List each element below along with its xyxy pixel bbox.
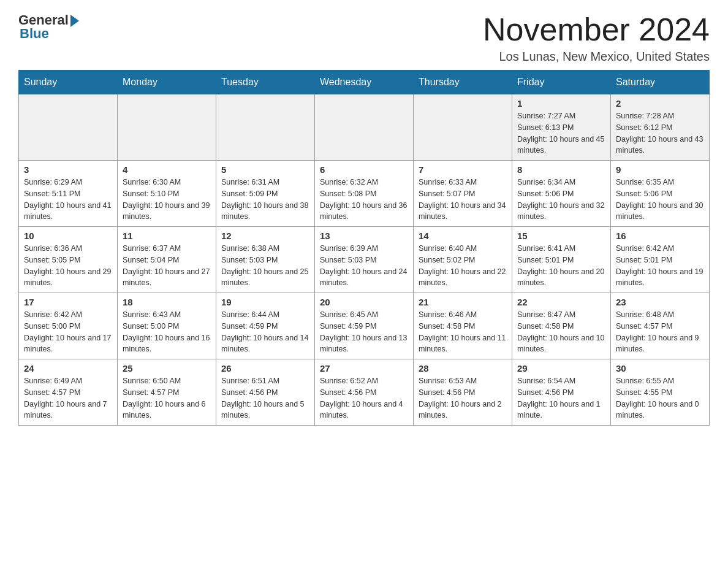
calendar-week-row: 17Sunrise: 6:42 AMSunset: 5:00 PMDayligh… (19, 293, 710, 359)
calendar-day-cell: 30Sunrise: 6:55 AMSunset: 4:55 PMDayligh… (611, 359, 710, 426)
day-number: 12 (221, 231, 309, 241)
calendar-day-cell: 16Sunrise: 6:42 AMSunset: 5:01 PMDayligh… (611, 227, 710, 293)
day-number: 22 (517, 297, 605, 307)
calendar-day-cell: 26Sunrise: 6:51 AMSunset: 4:56 PMDayligh… (216, 359, 315, 426)
day-number: 27 (320, 363, 408, 373)
day-info: Sunrise: 6:55 AMSunset: 4:55 PMDaylight:… (616, 375, 704, 421)
calendar-day-cell (216, 94, 315, 161)
day-info: Sunrise: 6:44 AMSunset: 4:59 PMDaylight:… (221, 309, 309, 355)
logo-blue-text: Blue (20, 26, 49, 42)
calendar-header-tuesday: Tuesday (216, 71, 315, 94)
calendar-header-thursday: Thursday (414, 71, 512, 94)
calendar-day-cell: 3Sunrise: 6:29 AMSunset: 5:11 PMDaylight… (19, 161, 118, 227)
calendar-header-row: SundayMondayTuesdayWednesdayThursdayFrid… (19, 71, 710, 94)
calendar-day-cell: 13Sunrise: 6:39 AMSunset: 5:03 PMDayligh… (315, 227, 414, 293)
day-info: Sunrise: 6:53 AMSunset: 4:56 PMDaylight:… (419, 375, 507, 421)
calendar-week-row: 24Sunrise: 6:49 AMSunset: 4:57 PMDayligh… (19, 359, 710, 426)
calendar-day-cell (315, 94, 414, 161)
calendar-day-cell: 29Sunrise: 6:54 AMSunset: 4:56 PMDayligh… (512, 359, 611, 426)
month-title: November 2024 (483, 12, 710, 47)
day-info: Sunrise: 6:33 AMSunset: 5:07 PMDaylight:… (419, 177, 507, 223)
day-number: 30 (616, 363, 704, 373)
calendar-day-cell: 1Sunrise: 7:27 AMSunset: 6:13 PMDaylight… (512, 94, 611, 161)
calendar-day-cell: 21Sunrise: 6:46 AMSunset: 4:58 PMDayligh… (414, 293, 512, 359)
calendar-header-wednesday: Wednesday (315, 71, 414, 94)
calendar-day-cell: 19Sunrise: 6:44 AMSunset: 4:59 PMDayligh… (216, 293, 315, 359)
calendar-header-saturday: Saturday (611, 71, 710, 94)
calendar-week-row: 10Sunrise: 6:36 AMSunset: 5:05 PMDayligh… (19, 227, 710, 293)
day-info: Sunrise: 6:41 AMSunset: 5:01 PMDaylight:… (517, 243, 605, 289)
day-info: Sunrise: 6:31 AMSunset: 5:09 PMDaylight:… (221, 177, 309, 223)
day-number: 13 (320, 231, 408, 241)
calendar-day-cell: 17Sunrise: 6:42 AMSunset: 5:00 PMDayligh… (19, 293, 118, 359)
calendar-day-cell: 9Sunrise: 6:35 AMSunset: 5:06 PMDaylight… (611, 161, 710, 227)
calendar-day-cell: 15Sunrise: 6:41 AMSunset: 5:01 PMDayligh… (512, 227, 611, 293)
location-text: Los Lunas, New Mexico, United States (483, 50, 710, 64)
day-info: Sunrise: 6:47 AMSunset: 4:58 PMDaylight:… (517, 309, 605, 355)
calendar-day-cell (414, 94, 512, 161)
day-number: 18 (123, 297, 211, 307)
day-number: 3 (24, 164, 112, 175)
calendar-header-sunday: Sunday (19, 71, 118, 94)
day-number: 23 (616, 297, 704, 307)
calendar-day-cell: 8Sunrise: 6:34 AMSunset: 5:06 PMDaylight… (512, 161, 611, 227)
day-info: Sunrise: 6:40 AMSunset: 5:02 PMDaylight:… (419, 243, 507, 289)
day-info: Sunrise: 6:52 AMSunset: 4:56 PMDaylight:… (320, 375, 408, 421)
day-info: Sunrise: 6:48 AMSunset: 4:57 PMDaylight:… (616, 309, 704, 355)
day-info: Sunrise: 6:50 AMSunset: 4:57 PMDaylight:… (123, 375, 211, 421)
calendar-day-cell: 25Sunrise: 6:50 AMSunset: 4:57 PMDayligh… (118, 359, 216, 426)
day-number: 9 (616, 164, 704, 175)
day-number: 26 (221, 363, 309, 373)
calendar-day-cell: 27Sunrise: 6:52 AMSunset: 4:56 PMDayligh… (315, 359, 414, 426)
title-section: November 2024 Los Lunas, New Mexico, Uni… (483, 12, 710, 64)
day-number: 25 (123, 363, 211, 373)
logo: General Blue (18, 12, 79, 42)
day-number: 21 (419, 297, 507, 307)
calendar-day-cell: 20Sunrise: 6:45 AMSunset: 4:59 PMDayligh… (315, 293, 414, 359)
day-number: 10 (24, 231, 112, 241)
calendar-day-cell: 14Sunrise: 6:40 AMSunset: 5:02 PMDayligh… (414, 227, 512, 293)
day-info: Sunrise: 6:39 AMSunset: 5:03 PMDaylight:… (320, 243, 408, 289)
day-info: Sunrise: 6:42 AMSunset: 5:00 PMDaylight:… (24, 309, 112, 355)
day-info: Sunrise: 6:37 AMSunset: 5:04 PMDaylight:… (123, 243, 211, 289)
day-info: Sunrise: 6:49 AMSunset: 4:57 PMDaylight:… (24, 375, 112, 421)
calendar-day-cell: 18Sunrise: 6:43 AMSunset: 5:00 PMDayligh… (118, 293, 216, 359)
day-info: Sunrise: 6:34 AMSunset: 5:06 PMDaylight:… (517, 177, 605, 223)
page-header: General Blue November 2024 Los Lunas, Ne… (18, 12, 710, 64)
day-info: Sunrise: 6:46 AMSunset: 4:58 PMDaylight:… (419, 309, 507, 355)
day-number: 8 (517, 164, 605, 175)
day-info: Sunrise: 6:43 AMSunset: 5:00 PMDaylight:… (123, 309, 211, 355)
calendar-day-cell: 11Sunrise: 6:37 AMSunset: 5:04 PMDayligh… (118, 227, 216, 293)
day-number: 16 (616, 231, 704, 241)
day-number: 29 (517, 363, 605, 373)
calendar-week-row: 1Sunrise: 7:27 AMSunset: 6:13 PMDaylight… (19, 94, 710, 161)
calendar-day-cell: 28Sunrise: 6:53 AMSunset: 4:56 PMDayligh… (414, 359, 512, 426)
calendar-day-cell: 2Sunrise: 7:28 AMSunset: 6:12 PMDaylight… (611, 94, 710, 161)
calendar-week-row: 3Sunrise: 6:29 AMSunset: 5:11 PMDaylight… (19, 161, 710, 227)
calendar-day-cell: 7Sunrise: 6:33 AMSunset: 5:07 PMDaylight… (414, 161, 512, 227)
day-number: 11 (123, 231, 211, 241)
day-number: 19 (221, 297, 309, 307)
day-number: 1 (517, 98, 605, 109)
day-info: Sunrise: 6:35 AMSunset: 5:06 PMDaylight:… (616, 177, 704, 223)
day-info: Sunrise: 6:42 AMSunset: 5:01 PMDaylight:… (616, 243, 704, 289)
day-info: Sunrise: 6:32 AMSunset: 5:08 PMDaylight:… (320, 177, 408, 223)
calendar-day-cell: 4Sunrise: 6:30 AMSunset: 5:10 PMDaylight… (118, 161, 216, 227)
day-info: Sunrise: 7:28 AMSunset: 6:12 PMDaylight:… (616, 110, 704, 156)
calendar-header-monday: Monday (118, 71, 216, 94)
day-info: Sunrise: 6:45 AMSunset: 4:59 PMDaylight:… (320, 309, 408, 355)
calendar-table: SundayMondayTuesdayWednesdayThursdayFrid… (18, 70, 710, 426)
day-number: 24 (24, 363, 112, 373)
day-number: 4 (123, 164, 211, 175)
calendar-day-cell (19, 94, 118, 161)
calendar-day-cell: 6Sunrise: 6:32 AMSunset: 5:08 PMDaylight… (315, 161, 414, 227)
day-number: 28 (419, 363, 507, 373)
day-number: 20 (320, 297, 408, 307)
day-info: Sunrise: 7:27 AMSunset: 6:13 PMDaylight:… (517, 110, 605, 156)
calendar-day-cell: 24Sunrise: 6:49 AMSunset: 4:57 PMDayligh… (19, 359, 118, 426)
day-info: Sunrise: 6:54 AMSunset: 4:56 PMDaylight:… (517, 375, 605, 421)
day-info: Sunrise: 6:51 AMSunset: 4:56 PMDaylight:… (221, 375, 309, 421)
day-number: 5 (221, 164, 309, 175)
calendar-header-friday: Friday (512, 71, 611, 94)
day-info: Sunrise: 6:36 AMSunset: 5:05 PMDaylight:… (24, 243, 112, 289)
